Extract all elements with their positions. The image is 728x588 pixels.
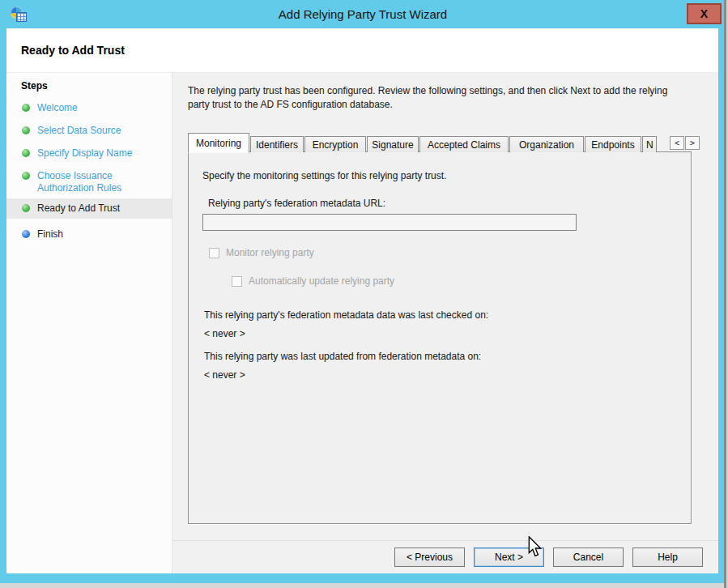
background-window-edge [724,0,726,588]
step-current-icon [22,204,30,212]
wizard-window: Add Relying Party Trust Wizard X Ready t… [0,0,726,583]
sidebar-item-choose-issuance-authorization-rules[interactable]: Choose Issuance Authorization Rules [6,170,160,194]
steps-sidebar: Steps Welcome Select Data Source Specify… [6,73,172,573]
page-description: The relying party trust has been configu… [188,84,690,112]
sidebar-item-finish: Finish [6,228,172,241]
tab-scroll-right-button[interactable]: > [685,136,700,150]
steps-heading: Steps [21,80,48,92]
settings-tabstrip: Monitoring Identifiers Encryption Signat… [188,132,700,152]
main-area: Steps Welcome Select Data Source Specify… [6,73,718,573]
monitor-checkbox[interactable] [209,248,219,258]
sidebar-item-welcome[interactable]: Welcome [6,102,172,114]
previous-button[interactable]: < Previous [394,548,465,567]
last-updated-value: < never > [204,369,245,381]
last-updated-label: This relying party was last updated from… [204,351,481,362]
tab-monitoring[interactable]: Monitoring [188,133,249,153]
step-done-icon [22,172,30,180]
next-button[interactable]: Next > [474,548,544,567]
content-pane: The relying party trust has been configu… [172,73,718,573]
auto-update-checkbox-label: Automatically update relying party [249,275,394,287]
step-pending-icon [22,230,30,238]
cancel-button[interactable]: Cancel [553,548,624,567]
tab-identifiers[interactable]: Identifiers [250,136,304,152]
tab-accepted-claims[interactable]: Accepted Claims [419,136,509,152]
tab-signature[interactable]: Signature [367,136,419,152]
auto-update-row: Automatically update relying party [232,275,394,287]
close-button[interactable]: X [687,3,722,24]
auto-update-checkbox[interactable] [232,276,242,287]
tab-encryption[interactable]: Encryption [304,136,366,152]
step-done-icon [22,104,30,112]
help-button[interactable]: Help [632,548,703,567]
window-title: Add Relying Party Trust Wizard [0,0,726,28]
tab-scrollers: < > [669,136,700,150]
last-checked-label: This relying party's federation metadata… [204,309,488,321]
tab-endpoints[interactable]: Endpoints [585,136,641,152]
last-checked-value: < never > [204,328,245,339]
titlebar: Add Relying Party Trust Wizard X [0,0,726,28]
metadata-url-label: Relying party's federation metadata URL: [208,198,385,209]
metadata-url-input[interactable] [202,214,577,231]
monitor-relying-party-row: Monitor relying party [209,247,314,258]
wizard-footer: < Previous Next > Cancel Help [172,540,718,573]
step-label: Welcome [37,102,78,113]
tab-truncated[interactable]: N [642,136,657,152]
step-label: Finish [37,228,63,240]
monitoring-instruction: Specify the monitoring settings for this… [202,170,446,181]
step-label: Specify Display Name [37,147,132,159]
grid-icon [16,12,27,22]
step-label: Select Data Source [37,125,121,136]
sidebar-item-ready-to-add-trust: Ready to Add Trust [6,198,172,219]
adfs-app-icon [11,6,28,23]
step-done-icon [22,126,30,134]
step-done-icon [22,149,30,157]
monitoring-tab-panel: Specify the monitoring settings for this… [188,151,692,524]
page-title: Ready to Add Trust [6,28,718,73]
sidebar-item-select-data-source[interactable]: Select Data Source [6,125,172,137]
tab-scroll-left-button[interactable]: < [670,136,684,150]
step-label: Ready to Add Trust [37,202,120,214]
client-area: Ready to Add Trust Steps Welcome Select … [6,28,718,573]
sidebar-item-specify-display-name[interactable]: Specify Display Name [6,147,172,160]
step-label: Choose Issuance Authorization Rules [37,170,121,194]
monitor-checkbox-label: Monitor relying party [226,247,314,258]
tab-organization[interactable]: Organization [509,136,584,152]
